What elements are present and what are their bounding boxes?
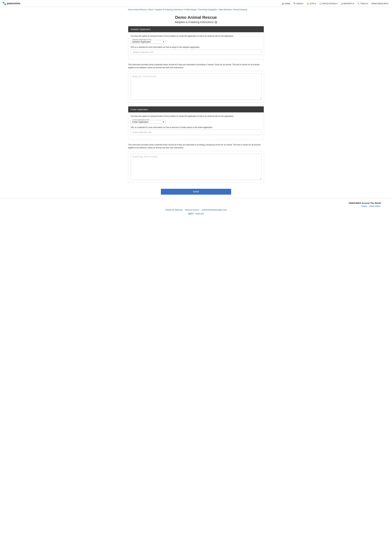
breadcrumb-sep-5: / xyxy=(218,9,218,11)
nav-tools[interactable]: 🔧 TOOLS ▾ xyxy=(356,2,369,5)
footer-world: PAWSUMES Around The World Taiwan United … xyxy=(2,202,390,207)
foster-instruction-text: This instruction provides what a potenti… xyxy=(128,143,264,149)
breadcrumb-sep-6: / xyxy=(232,9,233,11)
save-button[interactable]: SAVE xyxy=(161,189,231,195)
footer-lang: 繁體字 ENGLISH xyxy=(2,213,390,215)
adoption-instructions-card xyxy=(128,71,264,103)
foster-instructions-textarea[interactable] xyxy=(131,154,261,180)
foster-description: You have the option of using the built i… xyxy=(131,115,261,118)
adoption-form-select-arrow: ▼ xyxy=(163,41,164,43)
adoption-form-select-container: Adoption Application Form Adoption Appli… xyxy=(131,40,166,44)
foster-form-select-container: Foster Application Form Foster Applicati… xyxy=(131,120,166,124)
adoption-form-select[interactable]: Adoption Application Custom Form Externa… xyxy=(132,41,161,43)
adoption-description: You have the option of using the built i… xyxy=(131,35,261,38)
nav-dogs[interactable]: 🐕 DOGS ▾ xyxy=(292,2,305,5)
page-org-name: Demo Animal Rescue xyxy=(128,15,264,20)
breadcrumb-about[interactable]: About xyxy=(148,9,153,11)
footer-world-title: PAWSUMES Around The World xyxy=(2,202,381,204)
adoption-instructions-textarea[interactable] xyxy=(131,73,261,100)
breadcrumb-demo-animal-rescue[interactable]: Demo Animal Rescue xyxy=(128,9,146,11)
breadcrumb-sep-4: / xyxy=(197,9,198,11)
breadcrumb-current: Adoption & Fostering Instructions xyxy=(155,9,183,11)
paw-icon: 🐾 xyxy=(2,2,6,5)
foster-instructions-card xyxy=(128,151,264,183)
adoption-section-header: Adoption Application xyxy=(128,26,264,32)
breadcrumb-record-keeping[interactable]: Record Keeping xyxy=(233,9,247,11)
footer: PAWSUMES Around The World Taiwan United … xyxy=(0,198,392,218)
nav-demo-rescuer[interactable]: DEMO RESCUER ▾ xyxy=(370,2,390,5)
adoption-instructions-body xyxy=(128,71,264,103)
adoption-url-label: URL to a website for more information on… xyxy=(131,46,261,48)
navbar: 🐾 pawsumes 🏠 HOME 🐕 DOGS ▾ 🐈 CATS ▾ 📋 AP… xyxy=(0,0,392,7)
foster-section-body: You have the option of using the built i… xyxy=(128,112,264,140)
breadcrumb-sep-1: › xyxy=(147,9,148,11)
foster-form-group: Foster Application Form Foster Applicati… xyxy=(131,120,261,124)
save-container: SAVE xyxy=(126,186,266,197)
page-header: Demo Animal Rescue Adoption & Fostering … xyxy=(126,12,266,26)
brand-logo[interactable]: 🐾 pawsumes xyxy=(2,2,20,5)
foster-form-select[interactable]: Foster Application Custom Form External … xyxy=(132,121,161,123)
footer-support[interactable]: SUPPORT@PAWSUMES.COM xyxy=(202,209,227,211)
foster-url-label: URL to a website for more information on… xyxy=(131,126,261,128)
foster-section-header: Foster Application xyxy=(128,106,264,112)
nav-home[interactable]: 🏠 HOME xyxy=(280,2,291,5)
foster-section: Foster Application You have the option o… xyxy=(128,106,264,140)
foster-form-floating-label: Foster Application Form xyxy=(132,119,150,121)
adoption-form-group: Adoption Application Form Adoption Appli… xyxy=(131,40,261,44)
brand-name: pawsumes xyxy=(7,2,20,5)
breadcrumb: Demo Animal Rescue › About / Adoption & … xyxy=(126,7,266,12)
adoption-form-floating-label: Adoption Application Form xyxy=(132,39,152,40)
footer-lang-en[interactable]: ENGLISH xyxy=(196,213,204,215)
adoption-instruction-text: This instruction provides what a potenti… xyxy=(128,63,264,69)
foster-url-input[interactable] xyxy=(131,129,261,135)
page-subtitle: Adoption & Fostering Instructions ? xyxy=(128,21,264,24)
help-icon[interactable]: ? xyxy=(215,21,217,24)
footer-links: TERMS OF SERVICE PRIVACY POLICY SUPPORT@… xyxy=(2,209,390,211)
footer-link-united-states[interactable]: United States xyxy=(369,205,380,207)
breadcrumb-profile-design[interactable]: Profile Design xyxy=(185,9,196,11)
breadcrumb-third-party[interactable]: Third Party Integration xyxy=(198,9,217,11)
footer-privacy[interactable]: PRIVACY POLICY xyxy=(185,209,199,211)
nav-reports[interactable]: 📊 REPORTS ▾ xyxy=(340,2,355,5)
foster-instructions-body xyxy=(128,151,264,183)
adoption-section-body: You have the option of using the built i… xyxy=(128,32,264,60)
footer-world-links: Taiwan United States xyxy=(2,205,381,207)
nav-links: 🏠 HOME 🐕 DOGS ▾ 🐈 CATS ▾ 📋 APPLICATIONS … xyxy=(280,2,390,5)
adoption-section: Adoption Application You have the option… xyxy=(128,26,264,60)
footer-lang-zh[interactable]: 繁體字 xyxy=(188,213,194,215)
adoption-url-input[interactable] xyxy=(131,49,261,55)
footer-terms[interactable]: TERMS OF SERVICE xyxy=(165,209,183,211)
nav-applications[interactable]: 📋 APPLICATIONS ▾ xyxy=(318,2,338,5)
breadcrumb-sep-3: / xyxy=(183,9,184,11)
breadcrumb-sep-2: / xyxy=(154,9,154,11)
breadcrumb-team-members[interactable]: Team Members xyxy=(219,9,232,11)
adoption-url-container xyxy=(131,49,261,55)
footer-link-taiwan[interactable]: Taiwan xyxy=(361,205,367,207)
nav-cats[interactable]: 🐈 CATS ▾ xyxy=(305,2,317,5)
foster-form-select-arrow: ▼ xyxy=(163,121,164,123)
foster-url-container xyxy=(131,129,261,135)
